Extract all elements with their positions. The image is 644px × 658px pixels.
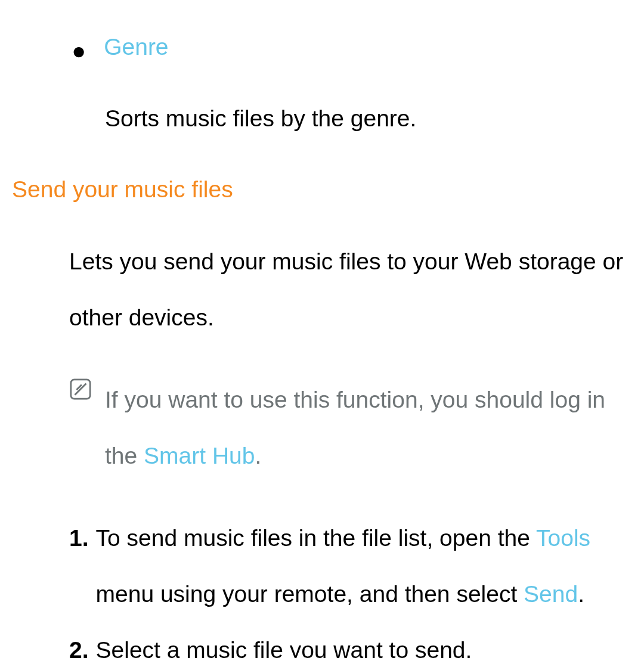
bullet-dot-icon: ● <box>72 33 86 69</box>
step-link-send: Send <box>524 581 578 607</box>
bullet-section: ● Genre Sorts music files by the genre. <box>72 30 632 136</box>
section-heading: Send your music files <box>12 172 632 207</box>
note-icon <box>69 375 92 411</box>
bullet-row: ● Genre <box>72 30 632 69</box>
step-text: menu using your remote, and then select <box>96 581 524 607</box>
step-text: . <box>578 581 584 607</box>
note-link-smart-hub: Smart Hub <box>144 443 255 468</box>
note-block: If you want to use this function, you sh… <box>69 372 632 483</box>
content-block: Lets you send your music files to your W… <box>69 234 632 658</box>
bullet-description: Sorts music files by the genre. <box>105 101 632 136</box>
note-text: If you want to use this function, you sh… <box>105 372 632 483</box>
step-number: 2. <box>69 622 89 658</box>
step-number: 1. <box>69 510 89 566</box>
steps-list: 1. To send music files in the file list,… <box>69 510 632 658</box>
intro-paragraph: Lets you send your music files to your W… <box>69 234 632 345</box>
step-text: To send music files in the file list, op… <box>96 525 537 551</box>
step-body: Select a music file you want to send. <box>96 622 632 658</box>
bullet-title: Genre <box>104 30 168 65</box>
step-link-tools: Tools <box>536 525 590 551</box>
step-item: 1. To send music files in the file list,… <box>69 510 632 622</box>
step-item: 2. Select a music file you want to send. <box>69 622 632 658</box>
step-text: Select a music file you want to send. <box>96 637 472 658</box>
note-part2: . <box>255 443 261 468</box>
step-body: To send music files in the file list, op… <box>96 510 632 622</box>
